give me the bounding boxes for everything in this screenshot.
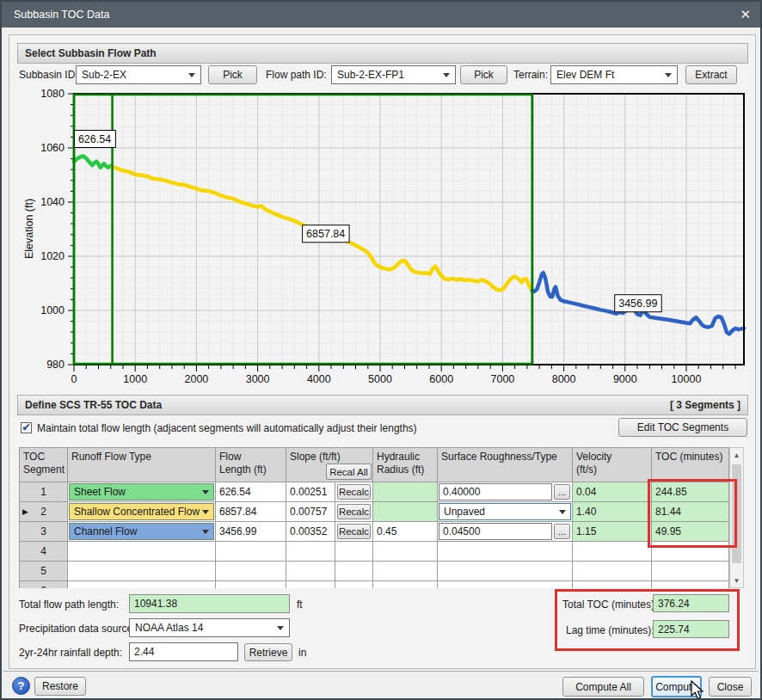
runoff-flow-type-cell (68, 581, 216, 588)
column-header-velocity: Velocity(ft/s) (573, 448, 652, 482)
recalc-button[interactable]: Recalc (337, 504, 371, 519)
toc-minutes-cell (652, 562, 729, 581)
toc-minutes-cell: 244.85 (652, 482, 729, 502)
recalc-cell: Recalc (335, 522, 373, 542)
flow-length-cell[interactable]: 626.54 (216, 482, 286, 502)
precip-source-label: Precipitation data source: (19, 619, 135, 638)
svg-text:1000: 1000 (123, 373, 147, 385)
recal-all-button[interactable]: Recal All (326, 464, 372, 480)
segment-number-cell: ▶2 (20, 502, 68, 522)
help-icon[interactable]: ? (12, 677, 30, 695)
roughness-input[interactable]: 0.40000 (439, 483, 552, 500)
rainfall-depth-label: 2yr-24hr rainfall depth: (19, 643, 122, 662)
svg-text:Elevation (ft): Elevation (ft) (23, 199, 35, 259)
svg-text:626.54: 626.54 (78, 133, 111, 145)
footer-divider (3, 671, 759, 672)
hydraulic-radius-cell (373, 562, 438, 581)
roughness-value: Unpaved (444, 506, 485, 518)
column-header-toc-minutes: TOC (minutes) (652, 448, 729, 482)
roughness-input[interactable]: 0.04500 (439, 523, 552, 540)
pick-flow-path-button[interactable]: Pick (460, 65, 507, 84)
svg-text:4000: 4000 (307, 373, 331, 385)
checkmark-icon: ✔ (22, 423, 30, 432)
scrollbar-thumb[interactable] (732, 464, 741, 563)
flow-path-id-label: Flow path ID: (266, 65, 327, 84)
table-scrollbar[interactable]: ▲ ▼ (729, 447, 744, 588)
surface-roughness-cell (438, 542, 573, 562)
column-header-toc-segment: TOCSegment (20, 448, 68, 482)
extract-button[interactable]: Extract (685, 65, 737, 84)
svg-text:6000: 6000 (429, 373, 453, 385)
scroll-up-icon[interactable]: ▲ (730, 448, 743, 462)
flow-length-cell[interactable]: 3456.99 (216, 522, 286, 542)
terrain-dropdown[interactable]: Elev DEM Ft (550, 65, 678, 84)
elevation-profile-chart: 0100020003000400050006000700080009000100… (2, 86, 762, 392)
edit-toc-segments-button[interactable]: Edit TOC Segments (618, 418, 747, 437)
runoff-flow-type-cell (68, 562, 216, 581)
segment-number-cell: 6 (20, 581, 68, 588)
compute-all-button[interactable]: Compute All (562, 677, 644, 697)
toc-minutes-cell (652, 581, 729, 588)
slope-cell[interactable]: 0.00352 (286, 522, 335, 542)
subbasin-toc-dialog: Subbasin TOC Data ✕ Select Subbasin Flow… (0, 0, 762, 700)
svg-text:7000: 7000 (490, 373, 514, 385)
roughness-ellipsis-button[interactable]: ... (554, 524, 570, 539)
total-flow-path-length-label: Total flow path length: (19, 595, 119, 614)
svg-text:1000: 1000 (40, 304, 65, 316)
flow-length-cell (216, 542, 286, 562)
window-title: Subbasin TOC Data (14, 9, 109, 21)
rainfall-depth-input[interactable]: 2.44 (129, 642, 238, 661)
slope-cell[interactable]: 0.00251 (286, 482, 335, 502)
compute-button[interactable]: Compute (651, 676, 702, 697)
svg-text:3456.99: 3456.99 (618, 298, 657, 310)
subbasin-id-dropdown[interactable]: Sub-2-EX (76, 65, 201, 84)
flow-path-id-value: Sub-2-EX-FP1 (337, 69, 404, 81)
toc-minutes-cell (652, 542, 729, 562)
segment-number-cell: 4 (20, 542, 68, 562)
recalc-button[interactable]: Recalc (337, 524, 371, 539)
hydraulic-radius-cell[interactable] (373, 482, 438, 502)
svg-text:0: 0 (71, 373, 77, 385)
recalc-button[interactable]: Recalc (337, 484, 371, 500)
subbasin-id-label: Subbasin ID: (19, 65, 78, 84)
surface-roughness-cell (438, 581, 573, 588)
precip-source-dropdown[interactable]: NOAA Atlas 14 (129, 618, 290, 637)
close-icon[interactable]: ✕ (740, 2, 751, 28)
hydraulic-radius-cell[interactable]: 0.45 (373, 522, 438, 542)
total-length-unit-label: ft (297, 595, 303, 614)
runoff-flow-type-dropdown[interactable]: Shallow Concentrated Flow (69, 503, 214, 520)
runoff-flow-type-cell: Channel Flow (68, 522, 216, 542)
slope-cell (286, 542, 335, 562)
velocity-cell (573, 562, 652, 581)
total-toc-label: Total TOC (minutes): (562, 595, 657, 614)
retrieve-button[interactable]: Retrieve (244, 643, 292, 661)
maintain-length-label: Maintain total flow length (adjacent seg… (37, 419, 417, 438)
runoff-flow-type-dropdown[interactable]: Sheet Flow (69, 483, 214, 500)
close-button[interactable]: Close (709, 677, 752, 697)
rainfall-unit-label: in (298, 643, 306, 662)
maintain-length-checkbox[interactable]: ✔ (21, 422, 32, 433)
slope-cell[interactable]: 0.00757 (286, 502, 335, 522)
recalc-cell (335, 562, 373, 581)
title-bar: Subbasin TOC Data ✕ (2, 2, 760, 28)
runoff-flow-type-dropdown[interactable]: Channel Flow (69, 523, 214, 540)
scroll-down-icon[interactable]: ▼ (730, 574, 743, 587)
recalc-cell: Recalc (335, 482, 373, 502)
pick-subbasin-button[interactable]: Pick (208, 65, 257, 84)
runoff-flow-type-value: Shallow Concentrated Flow (74, 506, 200, 518)
svg-text:1040: 1040 (40, 196, 65, 208)
velocity-cell: 0.04 (573, 482, 652, 502)
roughness-dropdown[interactable]: Unpaved (439, 503, 571, 520)
flow-length-cell[interactable]: 6857.84 (216, 502, 286, 522)
svg-text:1060: 1060 (40, 142, 65, 154)
flow-path-id-dropdown[interactable]: Sub-2-EX-FP1 (331, 65, 456, 84)
svg-text:6857.84: 6857.84 (306, 228, 345, 240)
terrain-label: Terrain: (513, 65, 548, 84)
roughness-ellipsis-button[interactable]: ... (554, 484, 570, 500)
svg-text:9000: 9000 (613, 373, 637, 385)
chevron-down-icon (277, 626, 284, 630)
restore-button[interactable]: Restore (34, 677, 86, 696)
slope-cell (286, 562, 335, 581)
hydraulic-radius-cell[interactable] (373, 502, 438, 522)
recalc-cell: Recalc (335, 502, 373, 522)
